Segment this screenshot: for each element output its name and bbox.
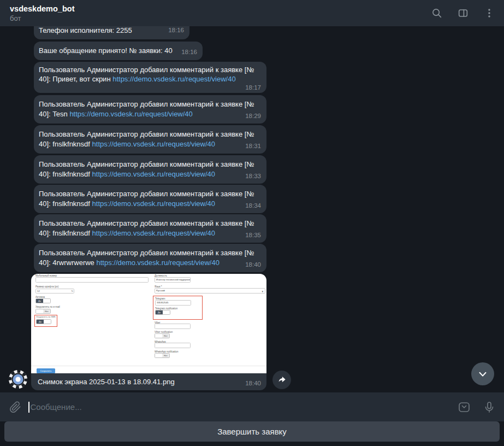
request-link[interactable]: https://demo.vsdesk.ru/request/view/40 <box>96 259 219 267</box>
message-time: 18:16 <box>181 48 197 57</box>
request-link[interactable]: https://demo.vsdesk.ru/request/view/40 <box>92 199 215 208</box>
request-link[interactable]: https://demo.vsdesk.ru/request/view/40 <box>69 110 192 118</box>
split-view-icon <box>457 7 469 19</box>
message-time: 18:34 <box>245 201 261 211</box>
message-bubble[interactable]: Пользователь Администратор добавил комме… <box>34 62 266 93</box>
search-icon <box>431 7 443 19</box>
message-bubble[interactable]: Ваше обращение принято! № заявки: 40 18:… <box>34 42 203 60</box>
finish-request-button[interactable]: Завершить заявку <box>4 421 500 442</box>
message-text: Телефон исполнителя: 2255 <box>39 26 132 36</box>
screenshot-caret-icon: ▾ <box>262 289 263 294</box>
voice-message-button[interactable] <box>482 400 496 414</box>
screenshot-sms-label: Уведомлять по SMS <box>36 316 56 319</box>
split-view-button[interactable] <box>457 7 469 19</box>
request-link[interactable]: https://demo.vsdesk.ru/request/view/40 <box>92 229 215 237</box>
photo-caption-bar: Снимок экрана 2025-01-13 в 18.09.41.png … <box>31 373 266 390</box>
message-time: 18:40 <box>245 260 261 270</box>
keyboard-hide-icon <box>457 400 471 414</box>
screenshot-telegram-notification-toggle: Да <box>155 310 170 315</box>
message-text: Ваше обращение принято! № заявки: 40 <box>39 46 173 55</box>
screenshot-save-button: Сохранить <box>37 368 55 373</box>
message-time: 18:33 <box>245 172 261 181</box>
message-composer <box>0 392 504 421</box>
screenshot-email-label: Уведомлять по e-mail <box>35 306 60 308</box>
microphone-icon <box>483 401 496 414</box>
message-time: 18:17 <box>39 84 261 91</box>
chat-info[interactable]: vsdeskdemo_bot бот <box>10 4 74 22</box>
screenshot-font-size-input: 12 ⇅ <box>35 289 74 294</box>
screenshot-whatsapp-input <box>155 343 191 348</box>
screenshot-divider <box>31 366 266 366</box>
bot-keyboard-button[interactable] <box>457 400 471 414</box>
message-bubble[interactable]: Пользователь Администратор добавил комме… <box>34 244 266 272</box>
screenshot-active-toggle: Да <box>35 298 51 303</box>
screenshot-sms-toggle: Да <box>36 319 51 324</box>
message-bubble[interactable]: Пользователь Администратор добавил комме… <box>34 155 266 184</box>
message-bubble[interactable]: Пользователь Администратор добавил комме… <box>34 125 266 154</box>
search-button[interactable] <box>431 7 443 19</box>
message-bubble[interactable]: Пользователь Администратор добавил комме… <box>34 185 266 213</box>
message-time: 18:40 <box>245 380 261 386</box>
message-time: 18:16 <box>168 26 184 36</box>
message-time: 18:35 <box>245 231 261 240</box>
chat-header: vsdeskdemo_bot бот <box>0 0 504 26</box>
attach-button[interactable] <box>9 401 22 414</box>
text-cursor <box>28 402 29 413</box>
screenshot-language-select: Русский ▾ <box>155 288 265 294</box>
request-link[interactable]: https://demo.vsdesk.ru/request/view/40 <box>92 170 215 178</box>
message-time: 18:31 <box>245 142 261 151</box>
message-bubble[interactable]: Пользователь Администратор добавил комме… <box>34 95 266 124</box>
screenshot-position-input: Инженер технической поддержки <box>155 277 191 283</box>
screenshot-email-toggle: Нет <box>35 309 51 314</box>
screenshot-whatsapp-notification-toggle: Нет <box>155 353 170 358</box>
message-bubble[interactable]: Пользователь Администратор добавил комме… <box>34 214 266 243</box>
screenshot-font-size-label: Размер шрифта (px) <box>35 285 58 288</box>
forward-button[interactable] <box>272 371 291 389</box>
scroll-to-bottom-button[interactable] <box>471 362 494 385</box>
more-menu-button[interactable] <box>483 7 495 19</box>
message-input[interactable] <box>31 402 336 412</box>
screenshot-mobile-input <box>35 277 149 283</box>
forward-icon <box>276 374 287 385</box>
chat-title: vsdeskdemo_bot <box>10 4 74 14</box>
message-time: 18:29 <box>245 111 261 121</box>
screenshot-telegram-input: 335352545 <box>155 300 191 306</box>
finish-request-label: Завершить заявку <box>217 427 287 436</box>
paperclip-icon <box>9 401 21 413</box>
kebab-menu-icon <box>483 7 495 19</box>
photo-attachment[interactable]: Мобильный номер Размер шрифта (px) 12 ⇅ … <box>31 274 266 373</box>
screenshot-viber-notification-toggle: Нет <box>155 333 170 338</box>
gear-avatar-icon <box>9 370 27 389</box>
photo-message[interactable]: Мобильный номер Размер шрифта (px) 12 ⇅ … <box>31 274 266 390</box>
bot-avatar[interactable] <box>9 370 27 389</box>
screenshot-viber-input <box>155 324 191 329</box>
request-link[interactable]: https://demo.vsdesk.ru/request/view/40 <box>112 75 235 83</box>
screenshot-spinner-icon: ⇅ <box>71 289 73 293</box>
chat-subtitle: бот <box>10 14 74 22</box>
photo-caption: Снимок экрана 2025-01-13 в 18.09.41.png <box>38 378 175 386</box>
request-link[interactable]: https://demo.vsdesk.ru/request/view/40 <box>92 140 215 148</box>
chevron-down-icon <box>477 368 489 380</box>
